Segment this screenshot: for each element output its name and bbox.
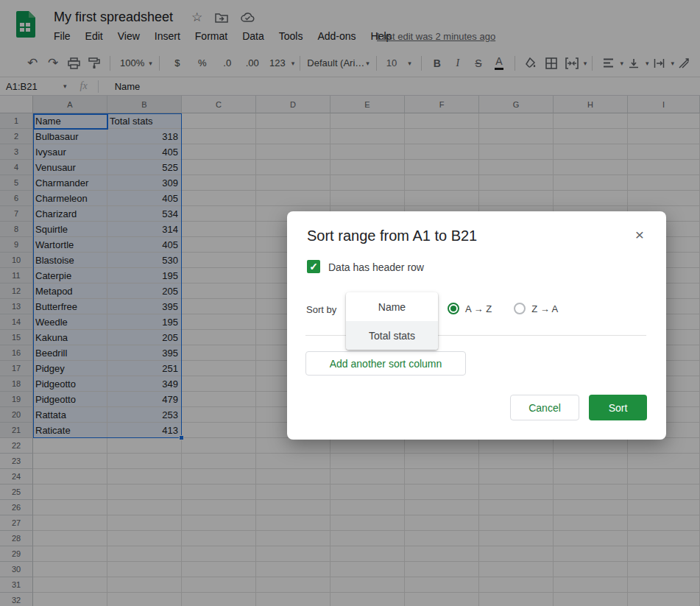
dropdown-option-total-stats[interactable]: Total stats xyxy=(346,321,438,350)
dropdown-option-name[interactable]: Name xyxy=(346,292,438,321)
cancel-button[interactable]: Cancel xyxy=(510,395,579,420)
close-icon[interactable]: × xyxy=(635,227,644,242)
radio-a-to-z[interactable] xyxy=(448,303,459,314)
header-row-checkbox[interactable]: ✓ xyxy=(307,260,320,273)
radio-a-to-z-label[interactable]: A → Z xyxy=(465,303,492,314)
radio-z-to-a-label[interactable]: Z → A xyxy=(531,303,558,314)
sort-column-dropdown: NameTotal stats xyxy=(346,292,438,350)
check-icon: ✓ xyxy=(309,261,318,272)
add-sort-column-button[interactable]: Add another sort column xyxy=(305,351,466,376)
dialog-title: Sort range from A1 to B21 xyxy=(307,228,477,244)
header-row-checkbox-label[interactable]: Data has header row xyxy=(328,261,424,273)
radio-z-to-a[interactable] xyxy=(514,303,526,314)
sort-by-label: Sort by xyxy=(306,304,336,315)
sort-range-dialog: Sort range from A1 to B21 × ✓ Data has h… xyxy=(287,211,666,440)
sort-button[interactable]: Sort xyxy=(589,395,647,420)
